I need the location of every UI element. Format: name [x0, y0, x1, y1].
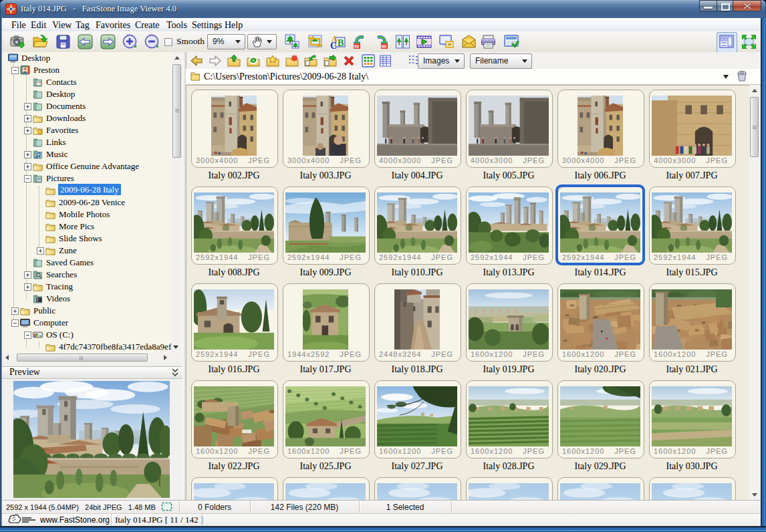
svg-text:B: B — [338, 38, 344, 48]
svg-text:90: 90 — [382, 44, 387, 49]
svg-text:C: C — [330, 41, 337, 49]
svg-text:90: 90 — [354, 44, 360, 49]
